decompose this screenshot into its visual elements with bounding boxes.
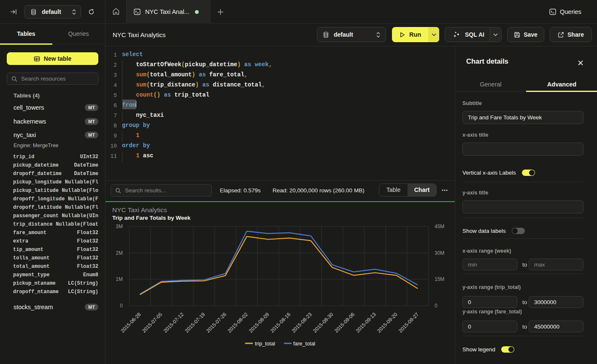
svg-text:1M: 1M (116, 276, 123, 282)
svg-text:2015-09-06: 2015-09-06 (333, 311, 356, 334)
svg-text:NYC Taxi Analytics: NYC Taxi Analytics (112, 206, 167, 213)
svg-text:2015-09-13: 2015-09-13 (355, 311, 378, 334)
svg-text:2015-08-16: 2015-08-16 (269, 311, 292, 334)
svg-text:Trip and Fare Totals by Week: Trip and Fare Totals by Week (112, 215, 191, 221)
svg-text:3M: 3M (116, 224, 123, 229)
svg-text:2015-09-20: 2015-09-20 (376, 311, 399, 334)
svg-text:2015-09-27: 2015-09-27 (397, 311, 420, 334)
svg-text:2015-08-23: 2015-08-23 (291, 311, 313, 334)
svg-text:2015-07-19: 2015-07-19 (184, 311, 206, 334)
svg-text:2015-07-12: 2015-07-12 (162, 311, 185, 334)
svg-text:30M: 30M (435, 250, 444, 256)
svg-text:fare_total: fare_total (293, 341, 315, 347)
svg-text:2015-07-26: 2015-07-26 (205, 311, 228, 334)
svg-text:2015-07-05: 2015-07-05 (141, 311, 164, 334)
svg-text:0: 0 (120, 303, 123, 309)
svg-text:2015-08-02: 2015-08-02 (227, 311, 249, 334)
svg-text:2015-06-28: 2015-06-28 (119, 311, 142, 334)
svg-text:2M: 2M (116, 250, 123, 256)
svg-text:2015-08-30: 2015-08-30 (312, 311, 335, 334)
svg-text:15M: 15M (435, 276, 444, 282)
svg-text:2015-08-09: 2015-08-09 (248, 311, 270, 334)
svg-text:0: 0 (435, 303, 438, 309)
svg-text:45M: 45M (435, 224, 444, 229)
svg-text:trip_total: trip_total (255, 341, 275, 347)
